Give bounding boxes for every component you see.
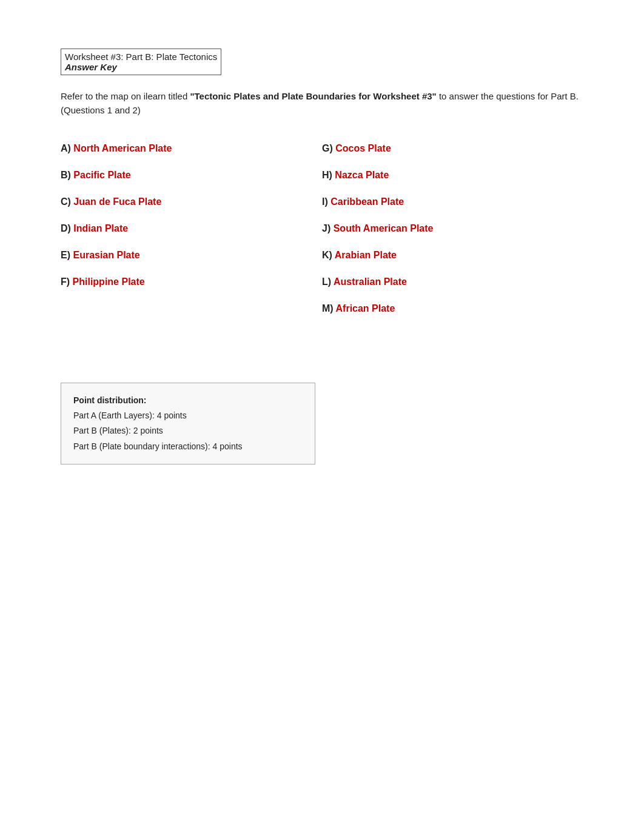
plate-name: Arabian Plate — [335, 250, 397, 260]
page: Worksheet #3: Part B: Plate Tectonics An… — [0, 0, 644, 513]
plate-name: African Plate — [336, 303, 395, 314]
plate-name: Australian Plate — [334, 277, 407, 287]
plate-label: L) — [322, 277, 331, 287]
dist-line: Part B (Plates): 2 points — [73, 423, 303, 438]
plate-label: F) — [61, 277, 70, 287]
plate-label: J) — [322, 223, 330, 233]
point-distribution-box: Point distribution: Part A (Earth Layers… — [61, 383, 315, 464]
plate-label: E) — [61, 250, 70, 260]
plate-item: L) Australian Plate — [322, 269, 583, 295]
plate-label: A) — [61, 143, 71, 153]
plate-item: I) Caribbean Plate — [322, 189, 583, 215]
plate-label: H) — [322, 170, 332, 180]
plate-label: G) — [322, 143, 333, 153]
instruction-before: Refer to the map on ilearn titled — [61, 91, 190, 101]
plate-item: D) Indian Plate — [61, 215, 322, 242]
instruction-text: Refer to the map on ilearn titled "Tecto… — [61, 90, 583, 117]
plate-item: F) Philippine Plate — [61, 269, 322, 295]
plate-name: Caribbean Plate — [330, 196, 404, 207]
plate-name: Pacific Plate — [73, 170, 130, 180]
plate-item: A) North American Plate — [61, 135, 322, 162]
plate-name: Cocos Plate — [335, 143, 391, 153]
title-section: Worksheet #3: Part B: Plate Tectonics An… — [61, 49, 221, 75]
plate-label: B) — [61, 170, 71, 180]
plate-item: G) Cocos Plate — [322, 135, 583, 162]
left-column: A) North American PlateB) Pacific PlateC… — [61, 135, 322, 322]
plate-name: North American Plate — [73, 143, 172, 153]
plate-item: K) Arabian Plate — [322, 242, 583, 269]
plate-item: C) Juan de Fuca Plate — [61, 189, 322, 215]
answer-key-label: Answer Key — [65, 62, 217, 72]
dist-line: Part A (Earth Layers): 4 points — [73, 408, 303, 423]
plate-item: E) Eurasian Plate — [61, 242, 322, 269]
plate-label: K) — [322, 250, 332, 260]
plate-name: Eurasian Plate — [73, 250, 139, 260]
plate-label: I) — [322, 196, 328, 207]
plate-item: J) South American Plate — [322, 215, 583, 242]
right-column: G) Cocos PlateH) Nazca PlateI) Caribbean… — [322, 135, 583, 322]
plate-name: Juan de Fuca Plate — [73, 196, 161, 207]
plates-grid: A) North American PlateB) Pacific PlateC… — [61, 135, 583, 322]
point-distribution-title: Point distribution: — [73, 393, 303, 408]
plate-label: C) — [61, 196, 71, 207]
plate-name: Philippine Plate — [73, 277, 145, 287]
worksheet-title: Worksheet #3: Part B: Plate Tectonics — [65, 52, 217, 62]
plate-label: D) — [61, 223, 71, 233]
plate-label: M) — [322, 303, 334, 314]
plate-item: M) African Plate — [322, 295, 583, 322]
plate-name: Indian Plate — [73, 223, 128, 233]
plate-name: South American Plate — [334, 223, 434, 233]
plate-name: Nazca Plate — [335, 170, 389, 180]
plate-item: H) Nazca Plate — [322, 162, 583, 189]
plate-item: B) Pacific Plate — [61, 162, 322, 189]
dist-line: Part B (Plate boundary interactions): 4 … — [73, 439, 303, 454]
instruction-bold: "Tectonic Plates and Plate Boundaries fo… — [190, 91, 436, 101]
